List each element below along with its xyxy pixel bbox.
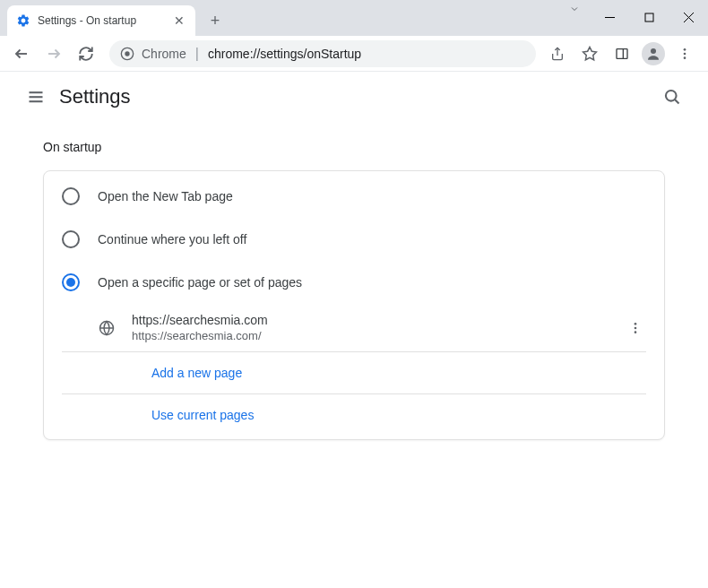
svg-point-12	[651, 48, 656, 54]
radio-icon	[62, 187, 80, 205]
svg-line-20	[675, 99, 679, 104]
svg-point-25	[635, 331, 637, 333]
radio-option-specific-pages[interactable]: Open a specific page or set of pages	[44, 261, 664, 304]
page-entry-title: https://searchesmia.com	[132, 313, 625, 327]
gear-icon	[16, 13, 30, 28]
reload-button[interactable]	[72, 39, 100, 68]
url-text: chrome://settings/onStartup	[208, 47, 361, 61]
kebab-menu-icon[interactable]	[672, 41, 697, 66]
radio-icon	[62, 230, 80, 248]
svg-point-24	[635, 326, 637, 329]
origin-label: Chrome	[142, 47, 186, 61]
tab-title: Settings - On startup	[38, 14, 172, 27]
section-label: On startup	[43, 140, 665, 154]
close-icon[interactable]: ✕	[172, 13, 186, 28]
svg-point-7	[125, 51, 129, 56]
svg-marker-9	[583, 47, 597, 59]
window-titlebar: Settings - On startup ✕ +	[0, 0, 708, 36]
radio-option-continue[interactable]: Continue where you left off	[44, 218, 664, 261]
globe-icon	[98, 320, 116, 336]
browser-tab[interactable]: Settings - On startup ✕	[7, 5, 195, 36]
address-bar[interactable]: Chrome | chrome://settings/onStartup	[109, 40, 536, 67]
svg-point-13	[684, 48, 686, 51]
svg-point-23	[635, 323, 637, 325]
settings-header: Settings	[0, 72, 708, 122]
chrome-icon	[120, 47, 134, 61]
page-entry-url: https://searchesmia.com/	[132, 329, 625, 342]
svg-rect-17	[30, 96, 43, 98]
new-tab-button[interactable]: +	[203, 8, 228, 33]
svg-rect-18	[30, 100, 43, 102]
window-close-button[interactable]	[669, 4, 708, 30]
radio-label: Open the New Tab page	[98, 189, 233, 203]
radio-icon	[62, 273, 80, 291]
add-page-button[interactable]: Add a new page	[62, 352, 646, 394]
startup-card: Open the New Tab page Continue where you…	[43, 170, 665, 440]
separator: |	[195, 46, 199, 62]
chevron-down-icon[interactable]	[559, 4, 590, 14]
maximize-button[interactable]	[629, 4, 669, 30]
svg-rect-16	[30, 91, 43, 93]
use-current-pages-button[interactable]: Use current pages	[62, 394, 646, 436]
forward-button[interactable]	[39, 39, 68, 68]
page-info: https://searchesmia.com https://searches…	[132, 313, 625, 342]
radio-label: Open a specific page or set of pages	[98, 275, 302, 290]
page-entry-menu-icon[interactable]	[625, 317, 646, 339]
sidepanel-icon[interactable]	[609, 41, 635, 66]
minimize-button[interactable]	[590, 4, 629, 30]
share-icon[interactable]	[545, 41, 570, 66]
radio-label: Continue where you left off	[98, 232, 246, 246]
radio-option-new-tab[interactable]: Open the New Tab page	[44, 175, 664, 218]
svg-point-14	[684, 52, 686, 55]
settings-content: On startup Open the New Tab page Continu…	[0, 122, 708, 458]
svg-rect-10	[617, 48, 627, 58]
svg-rect-1	[645, 13, 653, 22]
startup-page-entry: https://searchesmia.com https://searches…	[62, 304, 646, 352]
page-title: Settings	[59, 85, 131, 108]
browser-toolbar: Chrome | chrome://settings/onStartup	[0, 36, 708, 72]
use-current-label: Use current pages	[151, 408, 254, 422]
add-page-label: Add a new page	[151, 366, 242, 380]
window-controls	[559, 0, 708, 36]
search-icon[interactable]	[654, 79, 690, 115]
svg-point-15	[684, 56, 686, 59]
hamburger-menu-icon[interactable]	[18, 79, 54, 115]
svg-point-19	[666, 91, 677, 101]
bookmark-icon[interactable]	[577, 41, 602, 66]
back-button[interactable]	[7, 39, 36, 68]
profile-avatar[interactable]	[642, 42, 665, 65]
